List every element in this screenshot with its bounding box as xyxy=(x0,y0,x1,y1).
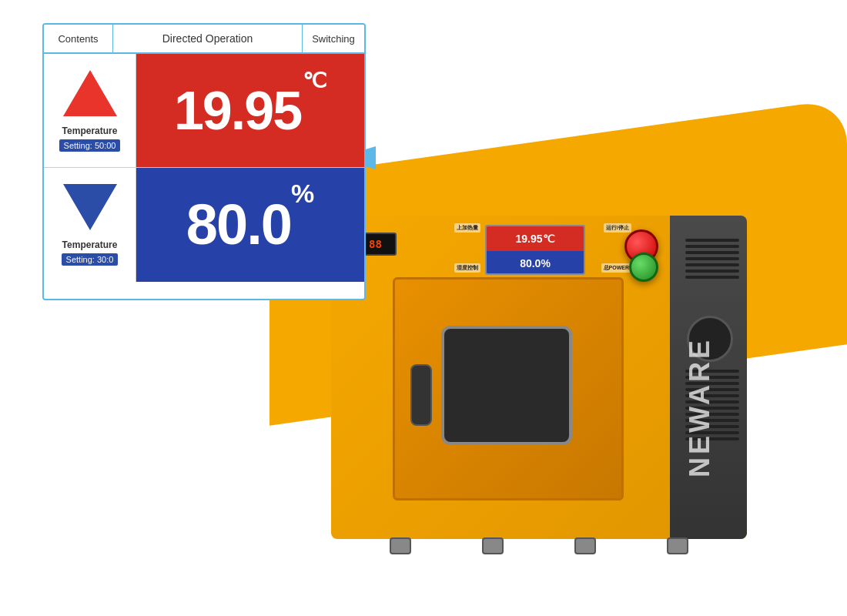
machine-label-bottom-right: 总POWER xyxy=(601,263,631,273)
vent-grille-top xyxy=(685,239,739,279)
machine-body: 88 19.95℃ 80.0% 上加热量 运行/停止 湿度控制 总POWER N… xyxy=(331,216,747,539)
temperature-row: Temperature Setting: 50:00 19.95 ℃ xyxy=(44,54,364,168)
brand-text: NEWARE xyxy=(684,337,716,477)
vent-line xyxy=(685,263,739,266)
temp-left-panel: Temperature Setting: 50:00 xyxy=(44,54,136,167)
vent-line xyxy=(685,245,739,248)
up-triangle-icon xyxy=(63,70,117,116)
temp-setting: Setting: 50:00 xyxy=(59,139,121,152)
machine-foot xyxy=(667,537,688,554)
machine-foot xyxy=(574,537,596,554)
vent-line xyxy=(685,251,739,254)
machine-screen-temp: 19.95℃ xyxy=(487,226,584,251)
vent-line xyxy=(685,257,739,260)
vent-line xyxy=(685,276,739,279)
switching-label: Switching xyxy=(312,33,355,45)
temp-unit: ℃ xyxy=(303,68,326,93)
machine-container: 88 19.95℃ 80.0% 上加热量 运行/停止 湿度控制 总POWER N… xyxy=(331,216,808,601)
vent-line xyxy=(685,270,739,273)
machine-screen: 19.95℃ 80.0% xyxy=(485,225,585,275)
directed-label: Directed Operation xyxy=(162,32,253,45)
machine-label-bottom-left: 湿度控制 xyxy=(454,263,480,273)
directed-tab[interactable]: Directed Operation xyxy=(113,25,303,52)
humidity-display: 80.0 % xyxy=(136,168,364,282)
machine-feet xyxy=(331,537,747,554)
humidity-value: 80.0 xyxy=(186,196,291,253)
screen-temp-value: 19.95℃ xyxy=(515,233,554,245)
humidity-left-panel: Temperature Setting: 30:0 xyxy=(44,168,136,282)
machine-door xyxy=(393,277,624,500)
control-panel: Contents Directed Operation Switching Te… xyxy=(42,23,366,300)
humidity-row: Temperature Setting: 30:0 80.0 % xyxy=(44,168,364,282)
machine-foot xyxy=(482,537,504,554)
down-triangle-icon xyxy=(63,184,117,230)
door-window xyxy=(441,326,572,445)
contents-tab[interactable]: Contents xyxy=(44,25,113,52)
temp-red-display: 19.95 ℃ xyxy=(136,54,364,167)
humidity-label: Temperature xyxy=(62,239,118,250)
machine-label-top-right: 运行/停止 xyxy=(604,223,631,233)
machine-label-top-left: 上加热量 xyxy=(454,223,480,233)
humidity-setting: Setting: 30:0 xyxy=(62,253,119,266)
temp-value: 19.95 xyxy=(174,84,301,138)
machine-screen-humidity: 80.0% xyxy=(487,251,584,275)
humidity-blue-display: 80.0 % xyxy=(136,168,364,282)
temp-display: 19.95 ℃ xyxy=(136,54,364,167)
panel-header: Contents Directed Operation Switching xyxy=(44,25,364,54)
machine-foot xyxy=(390,537,411,554)
switching-tab[interactable]: Switching xyxy=(303,25,364,52)
vent-line xyxy=(685,239,739,242)
temp-label: Temperature xyxy=(62,126,118,136)
contents-label: Contents xyxy=(58,33,98,45)
screen-humidity-value: 80.0% xyxy=(520,257,551,270)
door-handle[interactable] xyxy=(410,364,432,426)
power-button[interactable] xyxy=(629,253,658,282)
humidity-unit: % xyxy=(291,179,314,209)
led-digits: 88 xyxy=(369,238,382,250)
